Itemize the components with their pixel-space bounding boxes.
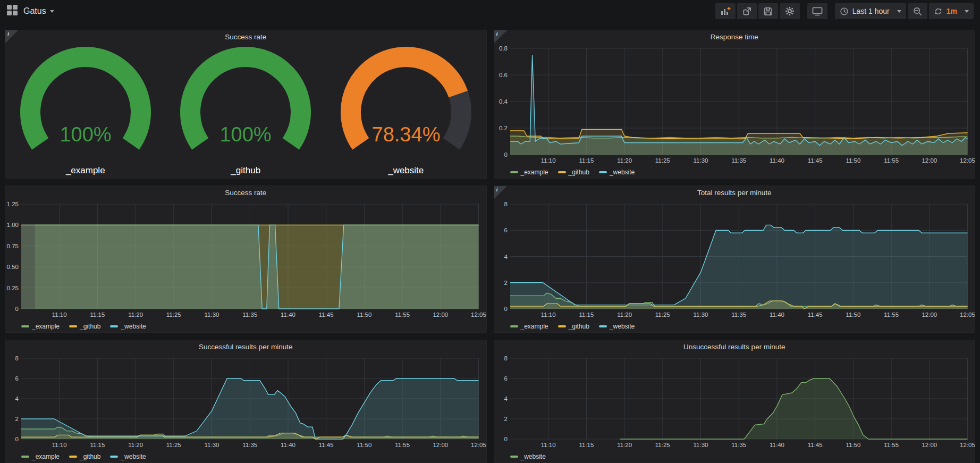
successful-results-chart[interactable]: 11:1011:1511:2011:2511:3011:3511:4011:45… xyxy=(5,354,486,451)
legend-swatch xyxy=(69,456,77,458)
svg-text:11:55: 11:55 xyxy=(884,442,899,448)
legend-swatch xyxy=(599,171,607,173)
svg-text:0.75: 0.75 xyxy=(7,243,19,249)
chevron-down-icon xyxy=(897,10,901,13)
svg-text:6: 6 xyxy=(15,375,19,382)
svg-text:11:10: 11:10 xyxy=(52,312,67,318)
panel-info-icon[interactable]: i xyxy=(5,30,18,43)
svg-text:11:20: 11:20 xyxy=(617,442,632,448)
panel-info-icon[interactable]: i xyxy=(494,30,507,43)
legend-item-_website[interactable]: _website xyxy=(599,323,635,330)
legend-label: _github xyxy=(569,169,589,176)
time-range-picker[interactable]: Last 1 hour xyxy=(835,3,906,19)
svg-text:11:15: 11:15 xyxy=(579,442,594,448)
zoom-out-button[interactable] xyxy=(908,3,927,19)
svg-text:12:05: 12:05 xyxy=(960,312,975,318)
svg-text:11:40: 11:40 xyxy=(770,312,784,318)
svg-text:0: 0 xyxy=(504,436,507,442)
panel-success-rate-timeseries: Success rate 11:1011:1511:2011:2511:3011… xyxy=(5,186,487,333)
legend-item-_website[interactable]: _website xyxy=(110,453,146,460)
legend-item-_github[interactable]: _github xyxy=(69,453,100,460)
gauge-_website: 78.34%_website xyxy=(326,44,486,177)
chart-body: 11:1011:1511:2011:2511:3011:3511:4011:45… xyxy=(5,200,486,321)
panel-title[interactable]: Unsuccessful results per minute xyxy=(494,340,975,354)
legend-item-_website[interactable]: _website xyxy=(510,453,546,460)
svg-text:4: 4 xyxy=(15,395,19,402)
svg-text:12:00: 12:00 xyxy=(433,442,448,448)
svg-text:11:45: 11:45 xyxy=(807,442,822,448)
unsuccessful-results-chart[interactable]: 11:1011:1511:2011:2511:3011:3511:4011:45… xyxy=(494,354,975,451)
gauge-_example: 100%_example xyxy=(6,44,165,177)
navbar: Gatus xyxy=(0,0,980,22)
legend-swatch xyxy=(558,171,566,173)
success-rate-chart[interactable]: 11:1011:1511:2011:2511:3011:3511:4011:45… xyxy=(5,200,486,321)
panel-title[interactable]: Success rate xyxy=(5,186,486,200)
svg-text:11:55: 11:55 xyxy=(395,442,410,448)
svg-text:11:20: 11:20 xyxy=(617,157,632,164)
total-results-chart[interactable]: 11:1011:1511:2011:2511:3011:3511:4011:45… xyxy=(494,200,975,321)
gauge-label: _github xyxy=(166,164,325,177)
apps-grid-icon[interactable] xyxy=(6,4,18,18)
svg-text:11:15: 11:15 xyxy=(90,442,105,448)
legend-swatch xyxy=(110,456,118,458)
tv-mode-button[interactable] xyxy=(807,3,827,19)
legend-swatch xyxy=(69,325,77,327)
svg-text:11:25: 11:25 xyxy=(655,442,670,448)
response-time-chart[interactable]: 11:1011:1511:2011:2511:3011:3511:4011:45… xyxy=(494,44,975,166)
chart-body: 11:1011:1511:2011:2511:3011:3511:4011:45… xyxy=(494,354,975,451)
legend-item-_example[interactable]: _example xyxy=(510,323,548,330)
legend-label: _website xyxy=(121,323,146,330)
legend-item-_example[interactable]: _example xyxy=(21,453,60,460)
chart-legend: _example_github_website xyxy=(5,321,486,332)
save-button[interactable] xyxy=(758,3,778,19)
legend-item-_example[interactable]: _example xyxy=(21,323,60,330)
panel-title[interactable]: Response time xyxy=(494,30,975,44)
gauge-value: 100% xyxy=(220,123,272,146)
svg-text:8: 8 xyxy=(504,201,507,207)
legend-item-_github[interactable]: _github xyxy=(69,323,100,330)
add-panel-icon xyxy=(720,6,731,16)
svg-text:11:50: 11:50 xyxy=(846,157,860,164)
svg-text:8: 8 xyxy=(504,355,507,361)
panel-title[interactable]: Success rate xyxy=(5,30,486,44)
panel-success-rate-gauges: i Success rate 100%_example100%_github78… xyxy=(5,30,487,179)
legend-swatch xyxy=(510,325,518,327)
svg-text:6: 6 xyxy=(504,375,507,382)
svg-text:12:05: 12:05 xyxy=(960,442,975,448)
svg-text:0.50: 0.50 xyxy=(7,264,19,270)
dashboard-title-text: Gatus xyxy=(23,6,46,16)
legend-item-_website[interactable]: _website xyxy=(110,323,146,330)
info-glyph: i xyxy=(496,186,498,192)
add-panel-button[interactable] xyxy=(715,3,736,19)
svg-text:4: 4 xyxy=(504,254,508,260)
chart-body: 11:1011:1511:2011:2511:3011:3511:4011:45… xyxy=(494,44,975,166)
panel-title[interactable]: Total results per minute xyxy=(494,186,975,200)
svg-text:12:00: 12:00 xyxy=(922,442,937,448)
chart-legend: _example_github_website xyxy=(5,451,486,462)
chart-body: 11:1011:1511:2011:2511:3011:3511:4011:45… xyxy=(5,354,486,451)
chart-legend: _website xyxy=(494,451,975,462)
svg-text:11:40: 11:40 xyxy=(770,442,784,448)
clock-icon xyxy=(840,7,849,16)
legend-swatch xyxy=(21,325,29,327)
panel-title[interactable]: Successful results per minute xyxy=(5,340,486,354)
dashboard-title[interactable]: Gatus xyxy=(23,6,54,16)
share-button[interactable] xyxy=(737,3,757,19)
save-icon xyxy=(763,6,773,16)
panel-info-icon[interactable]: i xyxy=(494,186,507,199)
svg-text:11:30: 11:30 xyxy=(693,442,708,448)
svg-text:11:35: 11:35 xyxy=(242,442,257,448)
svg-text:0.2: 0.2 xyxy=(499,125,508,131)
svg-text:11:40: 11:40 xyxy=(281,312,295,318)
gauge-arc: 78.34% xyxy=(326,44,486,164)
legend-label: _github xyxy=(80,323,100,330)
settings-button[interactable] xyxy=(780,3,800,19)
legend-swatch xyxy=(558,325,566,327)
legend-label: _example xyxy=(521,323,548,330)
refresh-picker[interactable]: 1m xyxy=(929,3,974,19)
legend-item-_example[interactable]: _example xyxy=(510,169,548,176)
legend-item-_website[interactable]: _website xyxy=(599,169,635,176)
legend-item-_github[interactable]: _github xyxy=(558,169,589,176)
svg-text:12:00: 12:00 xyxy=(433,312,448,318)
legend-item-_github[interactable]: _github xyxy=(558,323,589,330)
